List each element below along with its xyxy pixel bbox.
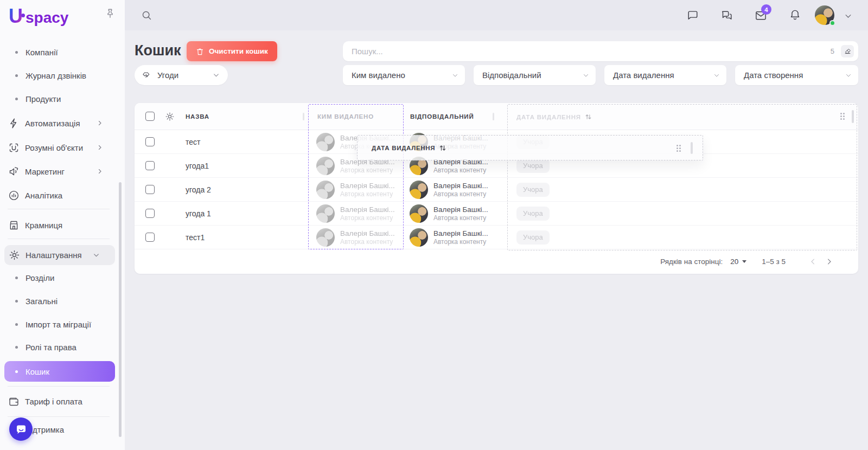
avatar — [410, 204, 428, 223]
rows-per-page-label: Рядків на сторінці: — [660, 258, 723, 266]
column-resize-handle[interactable] — [493, 113, 494, 120]
sidebar-item-tariff-payment[interactable]: Тариф і оплата — [0, 393, 118, 410]
eraser-icon — [844, 47, 852, 55]
sidebar-item-products[interactable]: Продукти — [0, 90, 118, 107]
filter-deleted-date[interactable]: Дата видалення — [604, 65, 726, 85]
row-checkbox[interactable] — [145, 185, 155, 194]
user-role: Авторка контенту — [433, 214, 488, 222]
rows-per-page-select[interactable]: 20 — [730, 258, 746, 266]
user-role: Авторка контенту — [340, 190, 395, 198]
divider — [8, 386, 110, 387]
profile-menu-button[interactable] — [844, 12, 856, 24]
sidebar-item-companies[interactable]: Компанії — [0, 43, 118, 61]
row-checkbox[interactable] — [145, 209, 155, 218]
chevron-right-icon — [97, 168, 103, 175]
sidebar-item-settings[interactable]: Налаштування — [4, 245, 115, 265]
column-header-deleted-at[interactable]: ДАТА ВИДАЛЕННЯ — [516, 113, 592, 120]
bullet-icon — [15, 323, 18, 326]
pin-sidebar-button[interactable] — [104, 8, 116, 20]
entity-type-select[interactable]: Угоди — [135, 65, 228, 85]
user-avatar[interactable] — [815, 5, 834, 25]
support-chat-widget-button[interactable] — [9, 417, 33, 441]
app-window: U spacy Компанії Журнал дзвінків Продукт… — [0, 0, 868, 450]
filter-deleted-by[interactable]: Ким видалено — [343, 65, 465, 85]
user-name: Валерія Башкі... — [340, 229, 395, 238]
table-row[interactable]: угода 1 Валерія Башкі...Авторка контенту… — [135, 202, 858, 226]
chevron-down-icon — [845, 72, 852, 79]
row-checkbox[interactable] — [145, 233, 155, 242]
sidebar-item-marketing[interactable]: Маркетинг — [0, 163, 118, 180]
rows-per-page-value: 20 — [730, 258, 738, 266]
filter-responsible[interactable]: Відповідальний — [474, 65, 596, 85]
row-checkbox[interactable] — [145, 137, 155, 146]
sidebar-item-import-migrations[interactable]: Імпорт та міграції — [0, 316, 118, 333]
row-name: угода1 — [186, 154, 209, 178]
page-title: Кошик — [135, 42, 181, 59]
trash-icon — [196, 47, 204, 56]
sidebar-item-store[interactable]: Крамниця — [0, 216, 118, 234]
global-search-button[interactable] — [141, 10, 153, 22]
column-resize-handle[interactable] — [303, 113, 304, 120]
chevron-down-icon — [713, 72, 720, 79]
messenger-button[interactable] — [720, 9, 732, 21]
table-row[interactable]: тест1 Валерія Башкі...Авторка контенту В… — [135, 226, 858, 249]
sidebar-item-sections[interactable]: Розділи — [0, 269, 118, 286]
next-page-button[interactable] — [824, 256, 834, 267]
pagination-bar: Рядків на сторінці: 20 1–5 з 5 — [135, 249, 858, 274]
user-name: Валерія Башкі... — [433, 181, 488, 190]
column-drag-handle[interactable] — [840, 113, 845, 120]
dragged-column-ghost[interactable]: ДАТА ВИДАЛЕННЯ — [357, 135, 703, 160]
wallet-icon — [8, 396, 20, 407]
notifications-button[interactable] — [789, 9, 801, 21]
sidebar-item-call-log[interactable]: Журнал дзвінків — [0, 67, 118, 84]
filter-created-date[interactable]: Дата створення — [735, 65, 858, 85]
sidebar-item-general[interactable]: Загальні — [0, 292, 118, 310]
sidebar-item-roles-rights[interactable]: Ролі та права — [0, 338, 118, 356]
deleted-date-chip: Учора — [516, 207, 550, 221]
column-header-deleted-by[interactable]: КИМ ВИДАЛЕНО — [317, 113, 374, 120]
select-all-checkbox[interactable] — [145, 112, 155, 121]
clear-trash-button[interactable]: Очистити кошик — [187, 41, 277, 61]
sidebar-item-smart-objects[interactable]: Розумні об'єкти — [0, 139, 118, 156]
user-name: Валерія Башкі... — [433, 229, 488, 238]
user-role: Авторка контенту — [433, 166, 488, 175]
user-role: Авторка контенту — [340, 214, 395, 222]
table-scrollbar-thumb[interactable] — [852, 110, 854, 123]
entity-type-value: Угоди — [157, 70, 178, 80]
sidebar-item-analytics[interactable]: Аналітика — [0, 187, 118, 204]
previous-page-button[interactable] — [807, 256, 818, 267]
divider — [8, 416, 110, 417]
sidebar-item-label: Автоматизація — [25, 119, 80, 128]
chevron-down-icon — [213, 72, 220, 79]
chevron-right-icon — [97, 144, 103, 151]
divider — [8, 209, 110, 209]
search-input[interactable] — [352, 41, 802, 61]
table-row[interactable]: угода 2 Валерія Башкі...Авторка контенту… — [135, 178, 858, 202]
dragged-column-label: ДАТА ВИДАЛЕННЯ — [372, 145, 435, 151]
column-settings-button[interactable] — [165, 112, 175, 121]
sidebar-item-label: Налаштування — [25, 250, 82, 260]
scrollbar-thumb — [691, 142, 693, 154]
mail-button[interactable]: 4 — [755, 9, 767, 21]
avatar — [316, 133, 335, 151]
sidebar-item-trash-active[interactable]: Кошик — [4, 361, 115, 382]
sidebar-item-label: Компанії — [25, 48, 58, 57]
deleted-by-cell: Валерія Башкі...Авторка контенту — [316, 228, 395, 247]
smart-objects-icon — [8, 142, 20, 153]
deleted-date-chip: Учора — [516, 159, 550, 173]
gear-icon — [165, 112, 175, 121]
row-name: тест — [186, 130, 200, 154]
filter-label: Відповідальний — [482, 70, 541, 80]
filter-label: Ким видалено — [352, 70, 405, 80]
clear-search-button[interactable] — [841, 45, 854, 57]
pin-icon — [104, 8, 116, 20]
sidebar-item-label: Кошик — [25, 367, 49, 376]
column-header-responsible[interactable]: ВІДПОВІДАЛЬНИЙ — [410, 113, 474, 120]
feed-button[interactable] — [687, 9, 699, 21]
sidebar-scrollbar-thumb[interactable] — [119, 182, 122, 437]
row-checkbox[interactable] — [145, 161, 155, 170]
column-header-name[interactable]: НАЗВА — [186, 113, 209, 120]
row-name: угода 2 — [186, 178, 211, 202]
sidebar-item-automation[interactable]: Автоматизація — [0, 114, 118, 132]
responsible-cell: Валерія Башкі...Авторка контенту — [410, 228, 488, 247]
